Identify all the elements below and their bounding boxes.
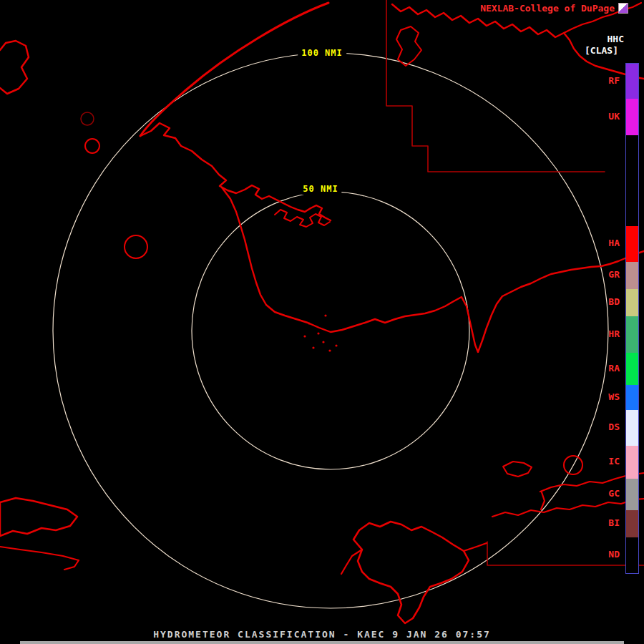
radar-display: 100 NMI 50 NMI NEXLAB-College of DuPage … xyxy=(0,0,644,644)
legend-colorbar xyxy=(625,63,639,574)
range-ring-50-nmi xyxy=(192,192,469,469)
legend-seg-bi xyxy=(626,510,638,537)
range-ring-label-50nmi: 50 NMI xyxy=(299,183,341,195)
map-speckle xyxy=(324,314,326,316)
lagoon-squiggles xyxy=(275,210,330,227)
product-code: HHC xyxy=(608,34,624,44)
small-circle-1 xyxy=(85,139,99,153)
boundary-topright xyxy=(386,0,605,172)
legend-seg-ra xyxy=(626,353,638,385)
coast-arc-northwest xyxy=(140,3,328,136)
bottom-scrollbar[interactable] xyxy=(20,641,624,644)
legend-seg-rf xyxy=(626,64,638,99)
legend-seg-gap xyxy=(626,135,638,226)
map-speckle xyxy=(322,341,324,343)
range-ring-100-nmi xyxy=(53,53,608,608)
site-title: NEXLAB-College of DuPage xyxy=(480,3,615,14)
landmass-bottom xyxy=(353,522,469,623)
logo-icon xyxy=(618,3,628,14)
small-circle-faint xyxy=(81,112,94,125)
legend-seg-ds xyxy=(626,410,638,446)
island-topleft xyxy=(0,41,29,94)
coast-north-shore xyxy=(140,123,331,220)
legend-seg-gr xyxy=(626,262,638,289)
legend-seg-hr xyxy=(626,316,638,353)
map-speckle xyxy=(317,332,319,334)
range-ring-label-100nmi: 100 NMI xyxy=(298,47,346,59)
boundary-bottomright xyxy=(487,542,644,565)
island-topright xyxy=(396,26,421,66)
coast-left-bottom xyxy=(0,498,77,536)
island-bottomright xyxy=(503,462,532,477)
map-speckle xyxy=(308,322,310,324)
landmass-bottom-tails xyxy=(341,543,487,574)
map-speckle xyxy=(335,344,337,346)
legend-seg-nd xyxy=(626,537,638,573)
legend-seg-bd xyxy=(626,289,638,316)
map-speckle xyxy=(312,346,314,348)
site-header: NEXLAB-College of DuPage xyxy=(480,3,628,14)
map-speckle xyxy=(328,349,331,351)
coast-left-bottom-b xyxy=(0,547,79,570)
radar-map-canvas xyxy=(0,0,644,644)
map-speckle xyxy=(303,335,306,337)
legend-seg-ha xyxy=(626,226,638,262)
legend-seg-ws xyxy=(626,385,638,410)
legend-seg-ic xyxy=(626,446,638,479)
legend-seg-gc xyxy=(626,479,638,510)
status-bar: HYDROMETEOR CLASSIFICATION - KAEC 9 JAN … xyxy=(0,629,644,640)
small-circle-2 xyxy=(125,235,147,258)
legend-seg-uk xyxy=(626,99,638,135)
product-tag: [CLAS] xyxy=(585,45,618,56)
coast-bottomright-a xyxy=(492,499,644,517)
